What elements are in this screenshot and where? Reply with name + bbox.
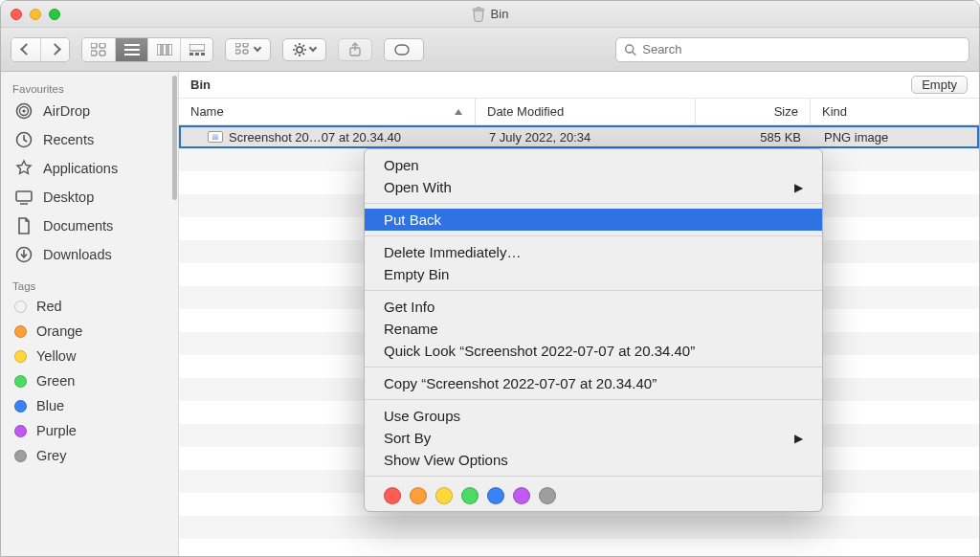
menu-item-show-view-options[interactable]: Show View Options [365,449,822,471]
search-field[interactable] [615,37,969,62]
svg-rect-1 [477,7,480,9]
column-header-date[interactable]: Date Modified [476,99,696,124]
sidebar-item-applications[interactable]: Applications [1,154,178,183]
svg-rect-17 [243,43,248,47]
tag-color-red[interactable] [384,487,401,504]
view-list-button[interactable] [115,38,147,61]
table-row[interactable]: Screenshot 20…07 at 20.34.40 7 July 2022… [179,125,979,148]
svg-line-25 [295,45,297,47]
tag-dot-icon [14,301,27,313]
menu-item-empty-bin[interactable]: Empty Bin [365,263,822,285]
group-button[interactable] [225,38,271,61]
column-label: Kind [822,104,847,119]
sidebar-item-documents[interactable]: Documents [1,212,178,240]
svg-rect-9 [157,44,161,56]
tag-color-purple[interactable] [513,487,530,504]
column-label: Size [774,104,798,119]
sidebar-tag-red[interactable]: Red [1,294,178,319]
menu-item-quick-look[interactable]: Quick Look “Screenshot 2022-07-07 at 20.… [365,340,822,362]
menu-item-put-back[interactable]: Put Back [365,209,822,231]
gallery-view-icon [189,44,205,56]
tag-dot-icon [14,350,27,363]
clock-icon [14,130,33,149]
column-headers: Name Date Modified Size Kind [179,99,979,125]
action-button[interactable] [282,38,326,61]
sidebar-tag-purple[interactable]: Purple [1,418,178,443]
menu-item-copy[interactable]: Copy “Screenshot 2022-07-07 at 20.34.40” [365,372,822,394]
sidebar-tag-blue[interactable]: Blue [1,393,178,418]
tag-color-blue[interactable] [487,487,504,504]
sidebar-item-recents[interactable]: Recents [1,125,178,154]
location-title: Bin [190,78,211,92]
sidebar-item-airdrop[interactable]: AirDrop [1,97,178,125]
share-icon [348,42,362,57]
tags-button[interactable] [384,38,424,61]
window-minimize-button[interactable] [30,9,41,20]
nav-buttons [11,37,70,62]
file-size: 585 KB [698,130,813,145]
document-icon [14,216,33,235]
sidebar-item-desktop[interactable]: Desktop [1,183,178,212]
sidebar-item-label: AirDrop [43,103,90,119]
svg-rect-30 [395,45,409,55]
sidebar-item-downloads[interactable]: Downloads [1,240,178,269]
menu-item-use-groups[interactable]: Use Groups [365,405,822,427]
tag-color-grey[interactable] [539,487,556,504]
menu-item-open-with[interactable]: Open With▶ [365,176,822,198]
menu-item-rename[interactable]: Rename [365,318,822,340]
sidebar-item-label: Downloads [43,247,112,262]
toolbar [1,28,979,72]
column-header-size[interactable]: Size [696,99,811,124]
window-close-button[interactable] [11,9,22,20]
svg-rect-18 [235,50,240,54]
sidebar-tag-grey[interactable]: Grey [1,443,178,468]
tag-color-green[interactable] [461,487,479,504]
column-header-name[interactable]: Name [179,99,476,124]
tag-color-yellow[interactable] [435,487,453,504]
svg-point-20 [297,47,302,53]
list-view-icon [124,44,140,56]
column-label: Date Modified [487,104,564,119]
empty-trash-button[interactable]: Empty [911,76,968,94]
menu-item-delete-immediately[interactable]: Delete Immediately… [365,241,822,263]
view-gallery-button[interactable] [180,38,212,61]
tag-dot-icon [14,400,27,412]
menu-item-sort-by[interactable]: Sort By▶ [365,427,822,449]
svg-rect-16 [235,43,240,47]
sidebar-tag-yellow[interactable]: Yellow [1,344,178,368]
search-input[interactable] [642,42,961,56]
tag-dot-icon [14,425,27,437]
downloads-icon [14,245,33,264]
svg-rect-19 [243,50,248,54]
sidebar-item-label: Purple [36,423,77,438]
forward-button[interactable] [40,38,69,61]
sidebar-tag-orange[interactable]: Orange [1,319,178,344]
chevron-down-icon [309,44,317,52]
back-button[interactable] [11,38,40,61]
column-header-kind[interactable]: Kind [811,99,979,124]
sidebar-item-label: Grey [36,448,66,463]
svg-line-27 [295,53,297,55]
svg-line-28 [302,45,304,47]
svg-rect-3 [100,43,105,48]
group-icon [235,43,251,56]
share-button[interactable] [338,38,372,61]
pathbar: Bin Empty [179,72,979,99]
menu-item-open[interactable]: Open [365,154,822,176]
svg-point-35 [22,109,25,112]
tag-color-orange[interactable] [410,487,427,504]
tag-dot-icon [14,450,27,462]
tag-dot-icon [14,375,27,388]
sidebar-tag-green[interactable]: Green [1,368,178,393]
svg-rect-11 [168,44,172,56]
view-column-button[interactable] [147,38,180,61]
chevron-down-icon [254,44,261,52]
window-zoom-button[interactable] [49,9,60,20]
file-date: 7 July 2022, 20:34 [478,130,698,145]
sidebar-scrollbar[interactable] [172,72,178,556]
view-icon-button[interactable] [82,38,115,61]
sidebar-item-label: Documents [43,218,113,234]
menu-item-get-info[interactable]: Get Info [365,296,822,318]
svg-rect-4 [91,51,97,56]
sidebar-heading-tags: Tags [1,277,178,294]
